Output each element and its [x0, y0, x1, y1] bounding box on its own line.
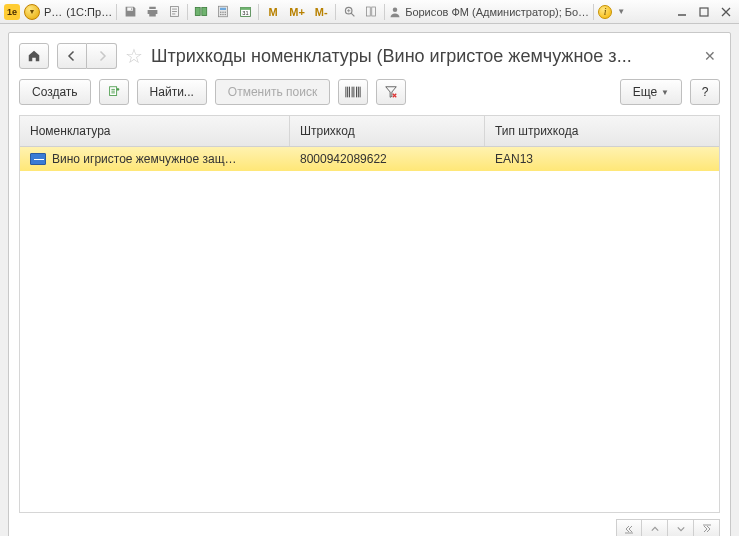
info-icon[interactable]: i	[598, 5, 612, 19]
favorite-star-icon[interactable]: ☆	[125, 44, 143, 68]
clear-filter-button[interactable]	[376, 79, 406, 105]
toolbar: Создать Найти... Отменить поиск Еще ▼ ?	[9, 75, 730, 115]
separator	[258, 4, 259, 20]
separator	[116, 4, 117, 20]
svg-line-15	[351, 13, 354, 16]
svg-point-6	[222, 12, 224, 14]
cell-barcode-type: EAN13	[485, 152, 719, 166]
workspace: ☆ Штрихкоды номенклатуры (Вино игристое …	[8, 32, 731, 536]
cell-nomenclature: Вино игристое жемчужное защ…	[52, 152, 237, 166]
page-title: Штрихкоды номенклатуры (Вино игристое же…	[151, 46, 694, 67]
app-platform-label: (1С:Пр…	[66, 6, 112, 18]
svg-point-8	[220, 14, 222, 16]
barcode-table: Номенклатура Штрихкод Тип штрихкода Вино…	[19, 115, 720, 513]
svg-rect-1	[195, 7, 200, 15]
save-icon[interactable]	[121, 3, 139, 21]
user-name-label: Борисов ФМ (Администратор); Бо…	[405, 6, 589, 18]
calculator-icon[interactable]	[214, 3, 232, 21]
nav-back-button[interactable]	[57, 43, 87, 69]
svg-point-5	[220, 12, 222, 14]
calendar-icon[interactable]: 31	[236, 3, 254, 21]
memory-mplus-button[interactable]: M+	[287, 3, 307, 21]
svg-point-10	[225, 14, 227, 16]
chevron-down-icon: ▼	[661, 88, 669, 97]
cell-barcode: 8000942089622	[290, 152, 485, 166]
app-logo-icon: 1e	[4, 4, 20, 20]
separator	[335, 4, 336, 20]
panel-icon[interactable]	[362, 3, 380, 21]
create-copy-button[interactable]	[99, 79, 129, 105]
separator	[593, 4, 594, 20]
svg-rect-18	[367, 7, 371, 16]
memory-m-button[interactable]: M	[263, 3, 283, 21]
svg-rect-2	[202, 7, 207, 15]
more-button[interactable]: Еще ▼	[620, 79, 682, 105]
print-icon[interactable]	[143, 3, 161, 21]
nav-forward-button[interactable]	[87, 43, 117, 69]
svg-point-20	[393, 7, 398, 12]
table-header: Номенклатура Штрихкод Тип штрихкода	[20, 116, 719, 147]
nav-group	[57, 43, 117, 69]
window-close-button[interactable]	[717, 4, 735, 20]
more-label: Еще	[633, 85, 657, 99]
app-title-abbrev: Р…	[44, 6, 62, 18]
app-titlebar: 1e ▼ Р… (1С:Пр… 31 M M+ M- Борисов ФМ (А…	[0, 0, 739, 24]
create-button[interactable]: Создать	[19, 79, 91, 105]
window-maximize-button[interactable]	[695, 4, 713, 20]
record-icon	[30, 153, 46, 165]
compare-icon[interactable]	[192, 3, 210, 21]
barcode-scan-button[interactable]	[338, 79, 368, 105]
user-icon	[389, 6, 401, 18]
table-body: Вино игристое жемчужное защ… 80009420896…	[20, 147, 719, 512]
svg-point-7	[225, 12, 227, 14]
home-button[interactable]	[19, 43, 49, 69]
help-button[interactable]: ?	[690, 79, 720, 105]
col-nomenclature[interactable]: Номенклатура	[20, 116, 290, 146]
separator	[187, 4, 188, 20]
window-minimize-button[interactable]	[673, 4, 691, 20]
table-nav-footer	[9, 519, 730, 536]
nav-first-button[interactable]	[616, 519, 642, 536]
svg-rect-22	[700, 8, 708, 16]
find-button[interactable]: Найти...	[137, 79, 207, 105]
col-barcode-type[interactable]: Тип штрихкода	[485, 116, 719, 146]
page-header: ☆ Штрихкоды номенклатуры (Вино игристое …	[9, 33, 730, 75]
document-preview-icon[interactable]	[165, 3, 183, 21]
user-info[interactable]: Борисов ФМ (Администратор); Бо…	[389, 6, 589, 18]
app-menu-dropdown-icon[interactable]: ▼	[24, 4, 40, 20]
zoom-icon[interactable]	[340, 3, 358, 21]
separator	[384, 4, 385, 20]
svg-rect-4	[220, 8, 226, 10]
table-row[interactable]: Вино игристое жемчужное защ… 80009420896…	[20, 147, 719, 171]
memory-mminus-button[interactable]: M-	[311, 3, 331, 21]
nav-down-button[interactable]	[668, 519, 694, 536]
svg-rect-19	[372, 7, 376, 16]
cancel-search-button: Отменить поиск	[215, 79, 330, 105]
svg-text:31: 31	[242, 10, 248, 16]
page-close-button[interactable]: ✕	[702, 48, 718, 64]
svg-point-9	[222, 14, 224, 16]
nav-last-button[interactable]	[694, 519, 720, 536]
col-barcode[interactable]: Штрихкод	[290, 116, 485, 146]
nav-up-button[interactable]	[642, 519, 668, 536]
info-dropdown-icon[interactable]: ▼	[616, 3, 626, 21]
